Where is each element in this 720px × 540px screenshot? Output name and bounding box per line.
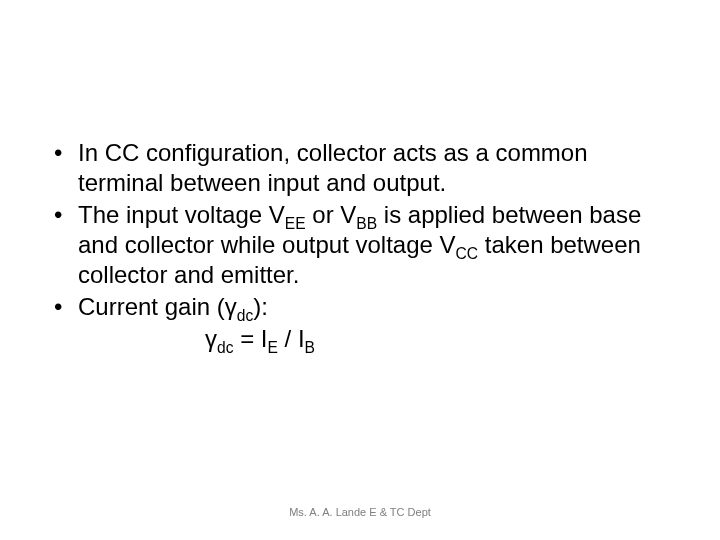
formula-text: / I <box>278 325 305 352</box>
subscript: B <box>305 339 315 356</box>
subscript: dc <box>217 339 233 356</box>
subscript: EE <box>285 215 306 232</box>
subscript: BB <box>356 215 377 232</box>
formula-line: γdc = IE / IB <box>50 324 670 354</box>
bullet-text: In CC configuration, collector acts as a… <box>78 139 588 196</box>
bullet-list: In CC configuration, collector acts as a… <box>50 138 670 322</box>
body-content: In CC configuration, collector acts as a… <box>50 138 670 354</box>
bullet-text: or V <box>306 201 357 228</box>
formula-text: = I <box>233 325 267 352</box>
bullet-item: Current gain (γdc): <box>50 292 670 322</box>
subscript: dc <box>237 307 253 324</box>
bullet-text: Current gain (γ <box>78 293 237 320</box>
subscript: CC <box>456 245 479 262</box>
bullet-item: The input voltage VEE or VBB is applied … <box>50 200 670 290</box>
slide: In CC configuration, collector acts as a… <box>0 0 720 540</box>
subscript: E <box>268 339 278 356</box>
bullet-text: ): <box>253 293 268 320</box>
bullet-item: In CC configuration, collector acts as a… <box>50 138 670 198</box>
formula-text: γ <box>205 325 217 352</box>
bullet-text: The input voltage V <box>78 201 285 228</box>
footer-text: Ms. A. A. Lande E & TC Dept <box>0 506 720 518</box>
